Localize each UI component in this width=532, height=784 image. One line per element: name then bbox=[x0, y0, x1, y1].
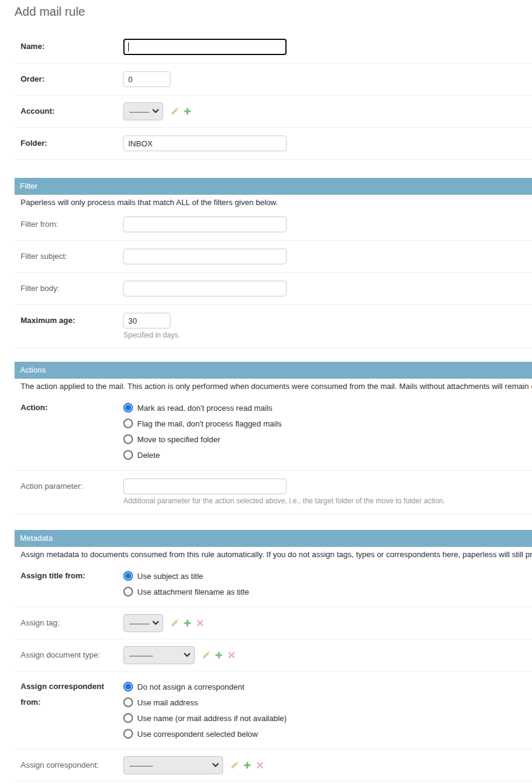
metadata-section-header: Metadata bbox=[15, 530, 532, 547]
form-row-action-parameter: Action parameter: Additional parameter f… bbox=[15, 471, 532, 514]
radio-unchecked-icon[interactable] bbox=[123, 434, 133, 444]
action-option-flag-mail[interactable]: Flag the mail, don't process flagged mai… bbox=[123, 416, 282, 431]
name-label: Name: bbox=[21, 39, 123, 54]
filter-from-label: Filter from: bbox=[21, 217, 123, 232]
fieldset-actions: Actions The action applied to the mail. … bbox=[15, 362, 532, 514]
delete-correspondent-icon[interactable] bbox=[256, 761, 264, 769]
maximum-age-help: Specified in days. bbox=[123, 331, 180, 340]
form-row-assign-tag: Assign tag: --------- bbox=[15, 607, 532, 639]
radio-checked-icon[interactable] bbox=[123, 682, 133, 691]
form-row-filter-body: Filter body: bbox=[15, 273, 532, 305]
folder-input[interactable] bbox=[123, 136, 287, 151]
radio-checked-icon[interactable] bbox=[123, 571, 133, 581]
edit-tag-icon[interactable] bbox=[170, 619, 179, 627]
account-label: Account: bbox=[21, 102, 123, 120]
radio-checked-icon[interactable] bbox=[123, 403, 133, 413]
metadata-description: Assign metadata to documents consumed fr… bbox=[15, 547, 532, 561]
form-row-filter-subject: Filter subject: bbox=[15, 241, 532, 273]
form-row-filter-from: Filter from: bbox=[15, 209, 532, 241]
action-parameter-help: Additional parameter for the action sele… bbox=[123, 497, 445, 506]
action-radio-group: Mark as read, don't process read mails F… bbox=[123, 400, 282, 463]
correspondent-from-option-none[interactable]: Do not assign a correspondent bbox=[123, 679, 287, 694]
form-row-assign-correspondent: Assign correspondent: --------- bbox=[15, 750, 532, 782]
filter-body-label: Filter body: bbox=[21, 281, 123, 296]
order-input[interactable] bbox=[123, 71, 170, 87]
title-from-option-subject[interactable]: Use subject as title bbox=[123, 568, 249, 584]
folder-label: Folder: bbox=[21, 136, 123, 151]
form-row-account: Account: --------- bbox=[15, 96, 532, 128]
form-row-assign-title-from: Assign title from: Use subject as title … bbox=[15, 561, 532, 607]
action-option-mark-as-read[interactable]: Mark as read, don't process read mails bbox=[123, 400, 282, 416]
order-label: Order: bbox=[21, 71, 123, 87]
maximum-age-label: Maximum age: bbox=[21, 313, 123, 328]
radio-unchecked-icon[interactable] bbox=[123, 450, 133, 460]
fieldset-basic: Name: Order: Account: --------- bbox=[15, 31, 532, 160]
form-row-name: Name: bbox=[15, 31, 532, 64]
radio-unchecked-icon[interactable] bbox=[123, 587, 133, 596]
assign-tag-label: Assign tag: bbox=[21, 614, 123, 632]
add-account-icon[interactable] bbox=[183, 107, 192, 116]
filter-from-input[interactable] bbox=[123, 217, 287, 232]
form-row-order: Order: bbox=[15, 64, 532, 96]
filter-description: Paperless will only process mails that m… bbox=[15, 195, 532, 209]
actions-description: The action applied to the mail. This act… bbox=[15, 379, 532, 393]
action-option-move-folder[interactable]: Move to specified folder bbox=[123, 431, 282, 447]
edit-document-type-icon[interactable] bbox=[202, 651, 210, 659]
radio-unchecked-icon[interactable] bbox=[123, 713, 133, 723]
fieldset-metadata: Metadata Assign metadata to documents co… bbox=[15, 530, 532, 782]
correspondent-from-option-name[interactable]: Use name (or mail address if not availab… bbox=[123, 710, 287, 726]
correspondent-from-option-selected-below[interactable]: Use correspondent selected below bbox=[123, 726, 287, 742]
action-parameter-input[interactable] bbox=[123, 479, 287, 494]
radio-unchecked-icon[interactable] bbox=[123, 729, 133, 739]
assign-document-type-select[interactable]: --------- bbox=[123, 646, 195, 664]
title-from-option-attachment[interactable]: Use attachment filename as title bbox=[123, 584, 249, 599]
text-cursor bbox=[128, 42, 129, 51]
action-label: Action: bbox=[21, 400, 123, 416]
radio-unchecked-icon[interactable] bbox=[123, 419, 133, 428]
assign-title-from-radio-group: Use subject as title Use attachment file… bbox=[123, 568, 249, 599]
assign-correspondent-label: Assign correspondent: bbox=[21, 756, 123, 774]
correspondent-from-option-mail-address[interactable]: Use mail address bbox=[123, 694, 287, 710]
add-document-type-icon[interactable] bbox=[215, 651, 223, 659]
assign-correspondent-from-label: Assign correspondent from: bbox=[21, 679, 123, 710]
assign-tag-select[interactable]: --------- bbox=[123, 614, 163, 632]
account-select[interactable]: --------- bbox=[123, 102, 163, 120]
add-tag-icon[interactable] bbox=[183, 619, 192, 627]
maximum-age-input[interactable] bbox=[123, 313, 170, 328]
filter-section-header: Filter bbox=[15, 178, 532, 195]
delete-tag-icon[interactable] bbox=[196, 619, 204, 627]
assign-title-from-label: Assign title from: bbox=[21, 568, 123, 584]
form-row-maximum-age: Maximum age: Specified in days. bbox=[15, 305, 532, 348]
name-input[interactable] bbox=[123, 39, 287, 55]
form-row-assign-document-type: Assign document type: --------- bbox=[15, 639, 532, 671]
actions-section-header: Actions bbox=[15, 362, 532, 379]
radio-unchecked-icon[interactable] bbox=[123, 697, 133, 707]
action-option-delete[interactable]: Delete bbox=[123, 447, 282, 463]
delete-document-type-icon[interactable] bbox=[227, 651, 236, 659]
form-row-folder: Folder: bbox=[15, 128, 532, 160]
add-mail-rule-form: Name: Order: Account: --------- bbox=[15, 31, 532, 782]
form-row-assign-correspondent-from: Assign correspondent from: Do not assign… bbox=[15, 671, 532, 750]
filter-subject-label: Filter subject: bbox=[21, 249, 123, 264]
filter-body-input[interactable] bbox=[123, 281, 287, 296]
add-correspondent-icon[interactable] bbox=[243, 761, 251, 769]
page-title: Add mail rule bbox=[15, 5, 532, 19]
action-parameter-label: Action parameter: bbox=[21, 479, 123, 494]
edit-account-icon[interactable] bbox=[170, 107, 179, 116]
assign-document-type-label: Assign document type: bbox=[21, 646, 123, 664]
assign-correspondent-from-radio-group: Do not assign a correspondent Use mail a… bbox=[123, 679, 287, 742]
form-row-action: Action: Mark as read, don't process read… bbox=[15, 393, 532, 471]
edit-correspondent-icon[interactable] bbox=[230, 761, 239, 769]
assign-correspondent-select[interactable]: --------- bbox=[123, 756, 223, 774]
fieldset-filter: Filter Paperless will only process mails… bbox=[15, 178, 532, 348]
filter-subject-input[interactable] bbox=[123, 249, 287, 264]
